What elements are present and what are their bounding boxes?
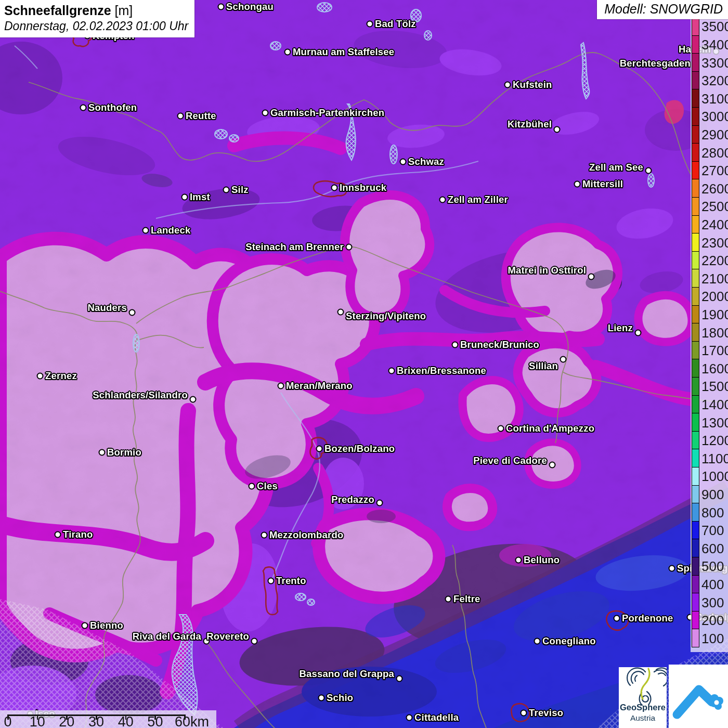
legend-swatch-1900	[692, 305, 699, 324]
city-dot-conegliano	[534, 638, 541, 645]
city-label-matrei-in-osttirol: Matrei in Osttirol	[508, 265, 586, 276]
city-dot-sonthofen	[80, 105, 87, 111]
legend-value-3300: 3300	[701, 55, 728, 71]
legend-swatch-2000	[692, 287, 699, 306]
city-dot-feltre	[445, 596, 452, 603]
legend-swatch-2500	[692, 197, 699, 216]
city-label-brixen-bressanone: Brixen/Bressanone	[397, 365, 486, 376]
city-label-schio: Schio	[327, 692, 353, 704]
legend-value-2000: 2000	[701, 289, 728, 305]
city-label-nauders: Nauders	[88, 302, 127, 314]
legend-value-1300: 1300	[701, 414, 728, 431]
city-dot-bassano-del-grappa	[396, 675, 403, 682]
city-dot-pordenone	[614, 615, 620, 622]
legend-swatch-3300	[692, 53, 699, 72]
city-dot-zernez	[37, 373, 44, 380]
legend-value-1200: 1200	[701, 433, 728, 449]
legend-swatch-1700	[692, 341, 699, 360]
city-dot-schlanders-silandro	[190, 396, 197, 403]
legend-value-3100: 3100	[701, 90, 728, 107]
city-dot-bad-t-lz	[367, 21, 373, 28]
city-dot-cittadella	[406, 714, 413, 721]
legend-value-2200: 2200	[701, 253, 728, 269]
city-label-lienz: Lienz	[608, 322, 633, 334]
city-dot-rovereto	[251, 638, 258, 645]
city-label-steinach-am-brenner: Steinach am Brenner	[245, 241, 344, 253]
legend-swatch-1600	[692, 359, 699, 378]
legend-swatch-300	[692, 593, 699, 612]
geosphere-logo-box: GeoSphere Austria	[619, 667, 667, 728]
city-dot-cles	[249, 483, 255, 490]
city-dot-mittersill	[574, 181, 581, 188]
city-label-treviso: Treviso	[529, 707, 563, 719]
city-label-bassano-del-grappa: Bassano del Grappa	[300, 668, 395, 680]
city-dot-schio	[318, 695, 325, 701]
legend-value-1900: 1900	[701, 306, 728, 322]
legend-value-1000: 1000	[701, 469, 728, 485]
city-dot-pieve-di-cadore	[549, 462, 556, 469]
legend-value-2700: 2700	[701, 163, 728, 179]
legend-value-1600: 1600	[701, 360, 728, 376]
city-label-kufstein: Kufstein	[513, 79, 552, 90]
legend-swatch-400	[692, 575, 699, 594]
legend-value-2300: 2300	[701, 235, 728, 251]
city-dot-cortina-d-ampezzo	[498, 425, 504, 432]
city-dot-belluno	[515, 557, 522, 564]
city-marker-layer: SchongauBad TölzKemptenMurnau am Staffel…	[0, 0, 728, 728]
city-label-bormio: Bormio	[107, 447, 141, 458]
model-label-box: Modell: SNOWGRID	[597, 0, 728, 19]
geosphere-country: Austria	[619, 713, 667, 723]
city-label-zernez: Zernez	[45, 370, 77, 382]
legend-swatch-1200	[692, 431, 699, 450]
city-dot-innsbruck	[331, 185, 338, 191]
city-dot-steinach-am-brenner	[346, 244, 353, 251]
city-dot-garmisch-partenkirchen	[262, 110, 269, 116]
city-dot-reutte	[177, 113, 184, 120]
legend-value-3500: 3500	[701, 19, 728, 35]
city-label-sonthofen: Sonthofen	[88, 102, 137, 113]
city-dot-bozen-bolzano	[316, 446, 323, 452]
city-dot-kufstein	[504, 82, 511, 88]
city-dot-sterzing-vipiteno	[337, 309, 344, 316]
legend-swatch-3400	[692, 35, 699, 54]
legend-value-600: 600	[701, 540, 724, 556]
city-label-feltre: Feltre	[453, 593, 480, 605]
legend-swatch-2800	[692, 143, 699, 162]
city-label-kitzb-hel: Kitzbühel	[508, 119, 552, 130]
city-label-mezzolombardo: Mezzolombardo	[269, 529, 343, 541]
legend-value-400: 400	[701, 576, 724, 592]
city-dot-schongau	[218, 4, 225, 10]
mountain-logo-icon	[669, 665, 728, 728]
legend-swatch-2100	[692, 269, 699, 288]
city-dot-silz	[223, 187, 230, 193]
city-dot-meran-merano	[278, 383, 284, 389]
map-scale-bar: 0102030405060km	[0, 710, 216, 728]
city-label-bad-t-lz: Bad Tölz	[375, 18, 416, 30]
legend-swatch-3200	[692, 71, 699, 90]
city-dot-bienno	[82, 622, 88, 629]
city-label-sillian: Sillian	[529, 360, 558, 372]
title-unit: [m]	[115, 3, 133, 18]
mountain-logo-box	[669, 665, 728, 728]
city-label-bozen-bolzano: Bozen/Bolzano	[324, 443, 395, 454]
city-dot-zell-am-ziller	[439, 197, 446, 203]
legend-value-3000: 3000	[701, 109, 728, 125]
legend-value-800: 800	[701, 504, 724, 521]
city-label-mittersill: Mittersill	[582, 178, 623, 190]
map-valid-time: Donnerstag, 02.02.2023 01:00 Uhr	[4, 19, 188, 33]
legend-swatch-3100	[692, 89, 699, 108]
city-dot-predazzo	[376, 500, 383, 506]
city-label-reutte: Reutte	[186, 110, 216, 122]
city-label-berchtesgaden: Berchtesgaden	[620, 58, 691, 69]
scale-label-40: 40	[118, 714, 134, 728]
legend-value-2900: 2900	[701, 126, 728, 142]
legend-value-1100: 1100	[701, 450, 728, 466]
legend-value-100: 100	[701, 630, 724, 646]
legend-value-200: 200	[701, 613, 724, 629]
city-label-meran-merano: Meran/Merano	[286, 380, 353, 392]
legend-swatch-2900	[692, 125, 699, 144]
geosphere-name: GeoSphere	[619, 703, 667, 712]
city-dot-bormio	[99, 449, 106, 456]
city-label-silz: Silz	[231, 184, 249, 196]
city-dot-landeck	[142, 227, 149, 234]
